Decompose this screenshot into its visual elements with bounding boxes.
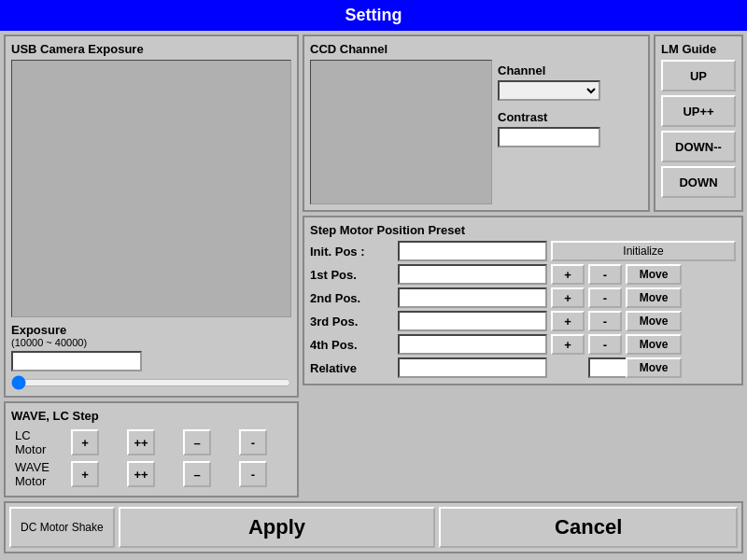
wave-lc-title: WAVE, LC Step <box>11 409 291 423</box>
pos4-move-btn[interactable]: Move <box>626 334 682 355</box>
channel-label: Channel <box>498 63 600 77</box>
lm-up-btn[interactable]: UP <box>661 60 736 91</box>
lm-downmm-btn[interactable]: DOWN-- <box>661 131 736 162</box>
pos2-plus-btn[interactable]: + <box>551 287 585 308</box>
cancel-btn[interactable]: Cancel <box>439 507 738 548</box>
wave-motor-label: WAVE Motor <box>11 458 67 490</box>
pos3-plus-btn[interactable]: + <box>551 311 585 331</box>
pos4-label: 4th Pos. <box>310 338 394 352</box>
pos4-minus-btn[interactable]: - <box>588 334 622 355</box>
ccd-channel-panel: CCD Channel Channel Contrast <box>303 35 650 212</box>
exposure-label: Exposure <box>11 323 291 337</box>
app-title: Setting <box>345 6 402 24</box>
relative-input[interactable] <box>398 357 547 378</box>
camera-preview <box>11 60 291 317</box>
pos2-move-btn[interactable]: Move <box>626 287 682 308</box>
ccd-channel-title: CCD Channel <box>310 42 642 56</box>
init-pos-label: Init. Pos : <box>310 245 394 259</box>
pos2-label: 2nd Pos. <box>310 291 394 305</box>
contrast-label: Contrast <box>498 110 600 124</box>
pos2-minus-btn[interactable]: - <box>588 287 622 308</box>
exposure-slider[interactable] <box>11 375 291 390</box>
pos3-label: 3rd Pos. <box>310 315 394 329</box>
wave-minus-btn[interactable]: – <box>183 461 211 487</box>
pos2-input[interactable] <box>398 287 547 308</box>
wave-plus-btn[interactable]: + <box>71 461 99 487</box>
wave-plusplus-btn[interactable]: ++ <box>127 461 155 487</box>
pos1-label: 1st Pos. <box>310 268 394 282</box>
pos4-input[interactable] <box>398 334 547 355</box>
title-bar: Setting <box>0 0 747 31</box>
pos3-move-btn[interactable]: Move <box>626 311 682 331</box>
pos1-move-btn[interactable]: Move <box>626 264 682 285</box>
ccd-preview <box>310 60 492 204</box>
wave-lc-panel: WAVE, LC Step LC Motor + ++ – - WAVE Mot… <box>4 401 299 497</box>
pos1-plus-btn[interactable]: + <box>551 264 585 285</box>
apply-btn[interactable]: Apply <box>119 507 436 548</box>
pos3-minus-btn[interactable]: - <box>588 311 622 331</box>
lc-plus-btn[interactable]: + <box>71 429 99 455</box>
usb-camera-panel: USB Camera Exposure Exposure (10000 ~ 40… <box>4 35 299 398</box>
lc-plusplus-btn[interactable]: ++ <box>127 429 155 455</box>
lc-minusminus-btn[interactable]: - <box>239 429 267 455</box>
channel-select[interactable] <box>498 80 600 101</box>
dc-motor-shake-btn[interactable]: DC Motor Shake <box>9 507 115 548</box>
lm-guide-panel: LM Guide UP UP++ DOWN-- DOWN <box>654 35 743 212</box>
pos3-input[interactable] <box>398 311 547 331</box>
pos1-input[interactable] <box>398 264 547 285</box>
lm-guide-title: LM Guide <box>661 42 736 56</box>
exposure-range: (10000 ~ 40000) <box>11 337 291 348</box>
init-pos-input[interactable] <box>398 241 547 261</box>
lc-motor-label: LC Motor <box>11 427 67 458</box>
step-motor-title: Step Motor Position Preset <box>310 223 736 237</box>
relative-move-btn[interactable]: Move <box>626 357 682 378</box>
step-motor-panel: Step Motor Position Preset Init. Pos : I… <box>303 216 743 385</box>
initialize-btn[interactable]: Initialize <box>551 241 736 261</box>
lm-down-btn[interactable]: DOWN <box>661 166 736 198</box>
contrast-input[interactable] <box>498 127 600 147</box>
lm-uppp-btn[interactable]: UP++ <box>661 95 736 127</box>
bottom-bar: DC Motor Shake Apply Cancel <box>4 501 743 553</box>
relative-label: Relative <box>310 361 394 375</box>
wave-minusminus-btn[interactable]: - <box>239 461 267 487</box>
exposure-input[interactable] <box>11 351 142 371</box>
pos1-minus-btn[interactable]: - <box>588 264 622 285</box>
pos4-plus-btn[interactable]: + <box>551 334 585 355</box>
usb-camera-title: USB Camera Exposure <box>11 42 291 56</box>
lc-minus-btn[interactable]: – <box>183 429 211 455</box>
